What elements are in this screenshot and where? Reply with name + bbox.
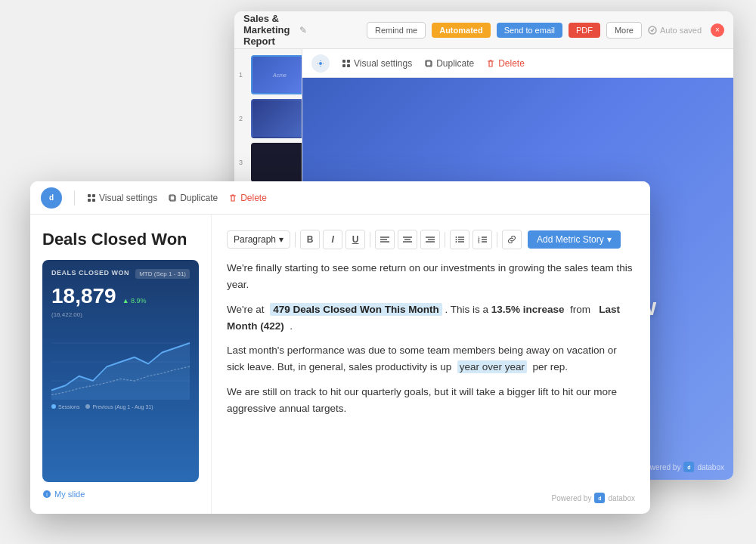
databox-icon-front: d [41, 187, 62, 209]
metric-card: DEALS CLOSED WON MTD (Sep 1 - 31) 18,879… [42, 260, 199, 482]
metric-card-label: DEALS CLOSED WON [51, 269, 129, 277]
separator-4 [497, 232, 497, 247]
slide-thumb-3[interactable] [251, 143, 302, 182]
metric-card-prev: (16,422.00) [51, 311, 190, 318]
svg-rect-11 [92, 199, 95, 202]
slide-label: i My slide [42, 490, 199, 499]
svg-point-30 [456, 239, 457, 240]
svg-rect-8 [88, 194, 91, 197]
add-metric-story-button[interactable]: Add Metric Story ▾ [528, 230, 621, 249]
front-toolbar: d Visual settings Duplicate Delete [30, 181, 650, 215]
bold-button[interactable]: B [300, 230, 320, 249]
front-window-body: Deals Closed Won DEALS CLOSED WON MTD (S… [30, 215, 650, 514]
metric-value-highlight: 479 Deals Closed Won This Month [270, 303, 442, 316]
duplicate-button[interactable]: Duplicate [424, 58, 474, 69]
svg-point-32 [456, 241, 457, 243]
yoy-highlight: year over year [457, 360, 527, 373]
close-button[interactable]: × [711, 23, 724, 37]
separator-2 [370, 232, 370, 247]
svg-rect-3 [347, 60, 350, 63]
svg-rect-10 [88, 199, 91, 202]
more-button[interactable]: More [606, 22, 642, 39]
content-para-3: Last month's performance was due to some… [227, 342, 635, 376]
link-button[interactable] [502, 230, 522, 249]
slide-thumb-2[interactable] [251, 99, 302, 138]
slide-toolbar: Visual settings Duplicate Delete [302, 49, 733, 78]
editor-content[interactable]: We're finally starting to see some retur… [227, 260, 635, 487]
chart-legend: Sessions Previous (Aug 1 - Aug 31) [51, 404, 190, 410]
increase-pct-text: 13.5% increase [491, 304, 565, 315]
underline-button[interactable]: U [345, 230, 365, 249]
autosaved-status: Auto saved [648, 26, 702, 35]
svg-point-1 [319, 62, 322, 65]
back-window-title: Sales & Marketing Report [243, 13, 290, 47]
svg-rect-4 [342, 64, 345, 67]
edit-icon[interactable]: ✎ [299, 25, 307, 36]
align-left-button[interactable] [375, 230, 395, 249]
automated-button[interactable]: Automated [432, 23, 490, 38]
delete-front-button[interactable]: Delete [228, 190, 267, 206]
visual-settings-button[interactable]: Visual settings [342, 58, 412, 69]
slide-icon [311, 54, 330, 73]
slide-thumb-1[interactable]: Acme [251, 55, 302, 94]
paragraph-select[interactable]: Paragraph ▾ [227, 230, 290, 249]
metric-card-change: ▲ 8.9% [122, 297, 147, 304]
slide-num-2: 2 [239, 115, 243, 122]
duplicate-front-button[interactable]: Duplicate [168, 190, 218, 206]
powered-by-front: Powered by d databox [227, 493, 635, 503]
visual-settings-front-button[interactable]: Visual settings [87, 190, 157, 206]
metric-section: Deals Closed Won DEALS CLOSED WON MTD (S… [30, 215, 212, 514]
svg-point-28 [456, 236, 457, 238]
content-para-2: We're at 479 Deals Closed Won This Month… [227, 301, 635, 335]
content-para-4: We are still on track to hit our quarter… [227, 384, 635, 418]
metric-card-value: 18,879 [51, 285, 116, 308]
front-window: d Visual settings Duplicate Delete Deals… [30, 181, 650, 514]
separator-3 [445, 232, 445, 247]
slide-num-3: 3 [239, 159, 243, 166]
pdf-button[interactable]: PDF [569, 23, 600, 38]
remind-button[interactable]: Remind me [367, 22, 426, 39]
delete-button[interactable]: Delete [486, 58, 525, 69]
svg-rect-5 [347, 64, 350, 67]
back-titlebar: Sales & Marketing Report ✎ Remind me Aut… [234, 11, 733, 49]
metric-card-period: MTD (Sep 1 - 31) [135, 269, 190, 279]
text-section: Paragraph ▾ B I U [212, 215, 650, 514]
slide-num-1: 1 [239, 71, 243, 79]
divider-1 [74, 190, 75, 206]
databox-logo-front: d [594, 493, 605, 503]
svg-rect-2 [342, 60, 345, 63]
send-email-button[interactable]: Send to email [497, 23, 562, 38]
italic-button[interactable]: I [323, 230, 342, 249]
databox-logo-back: d [683, 462, 694, 472]
editor-toolbar: Paragraph ▾ B I U [227, 230, 635, 249]
unordered-list-button[interactable] [450, 230, 469, 249]
align-center-button[interactable] [398, 230, 417, 249]
metric-card-header: DEALS CLOSED WON MTD (Sep 1 - 31) [51, 269, 190, 279]
separator-1 [295, 232, 296, 247]
content-para-1: We're finally starting to see some retur… [227, 260, 635, 294]
align-right-button[interactable] [420, 230, 440, 249]
svg-text:3.: 3. [478, 240, 480, 243]
svg-rect-9 [92, 194, 95, 197]
ordered-list-button[interactable]: 1.2.3. [472, 230, 492, 249]
metric-heading: Deals Closed Won [42, 230, 199, 249]
chart-area [51, 324, 190, 400]
powered-by-back: Powered by d databox [641, 462, 724, 472]
